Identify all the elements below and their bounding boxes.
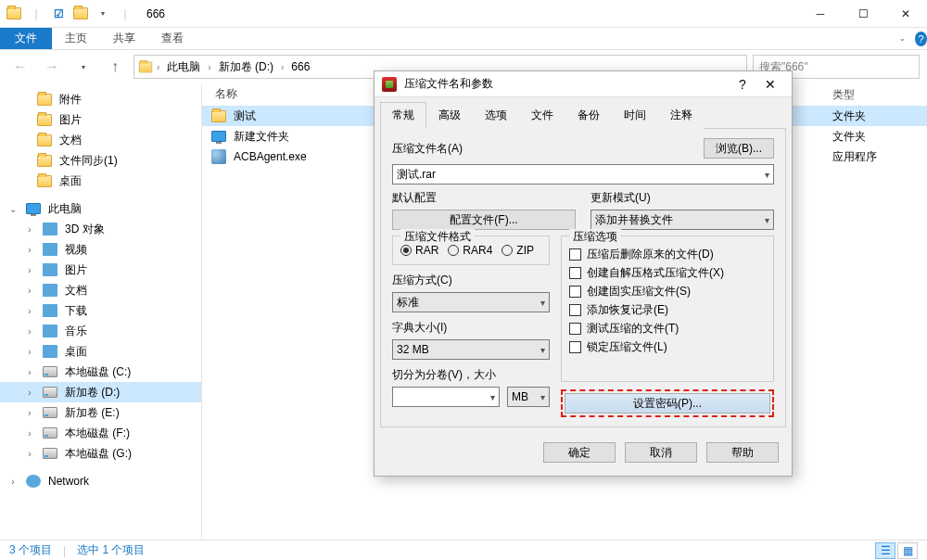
nav-label: 附件 bbox=[59, 92, 82, 108]
folder-icon bbox=[43, 263, 57, 276]
nav-label: 文档 bbox=[65, 283, 87, 299]
help-icon[interactable]: ? bbox=[915, 32, 927, 46]
nav-pc-item[interactable]: ›本地磁盘 (F:) bbox=[0, 423, 201, 443]
nav-pc-item[interactable]: ›下载 bbox=[0, 300, 201, 321]
dict-select[interactable]: 32 MB bbox=[392, 339, 550, 360]
expand-icon[interactable]: › bbox=[24, 245, 35, 255]
breadcrumb-seg[interactable]: 666 bbox=[287, 60, 313, 73]
maximize-button[interactable]: ☐ bbox=[842, 0, 884, 28]
expand-icon[interactable]: › bbox=[24, 224, 35, 235]
method-select[interactable]: 标准 bbox=[392, 292, 550, 312]
tab-options[interactable]: 选项 bbox=[473, 102, 519, 129]
split-size-input[interactable] bbox=[392, 387, 500, 407]
up-button[interactable]: ↑ bbox=[102, 54, 128, 80]
nav-pc-item[interactable]: ›本地磁盘 (G:) bbox=[0, 443, 201, 464]
nav-pc-item[interactable]: ›音乐 bbox=[0, 321, 201, 341]
pc-icon bbox=[211, 131, 226, 142]
nav-pc-item[interactable]: ›本地磁盘 (C:) bbox=[0, 362, 201, 382]
option-checkbox[interactable]: 压缩后删除原来的文件(D) bbox=[569, 247, 766, 262]
nav-quick-item[interactable]: 附件 bbox=[0, 89, 201, 109]
nav-quick-item[interactable]: 图片 bbox=[0, 109, 201, 130]
close-button[interactable]: ✕ bbox=[884, 0, 927, 28]
help-button[interactable]: 帮助 bbox=[706, 442, 779, 463]
nav-pc-item[interactable]: ›视频 bbox=[0, 239, 201, 260]
expand-icon[interactable]: › bbox=[24, 286, 35, 296]
format-zip[interactable]: ZIP bbox=[502, 244, 534, 257]
drive-icon bbox=[43, 407, 57, 418]
tab-backup[interactable]: 备份 bbox=[565, 102, 612, 129]
dialog-close-button[interactable]: ✕ bbox=[756, 77, 784, 92]
file-name: 测试 bbox=[234, 108, 256, 124]
nav-label: 此电脑 bbox=[48, 201, 82, 217]
expand-icon[interactable]: ⌄ bbox=[7, 204, 19, 214]
dict-label: 字典大小(I) bbox=[392, 320, 550, 336]
nav-pc-item[interactable]: ›桌面 bbox=[0, 341, 201, 362]
expand-icon[interactable]: › bbox=[7, 477, 19, 487]
format-rar[interactable]: RAR bbox=[400, 244, 438, 257]
tab-comment[interactable]: 注释 bbox=[658, 102, 705, 129]
nav-label: 本地磁盘 (F:) bbox=[65, 426, 130, 441]
dialog-tabs: 常规 高级 选项 文件 备份 时间 注释 bbox=[375, 97, 792, 128]
expand-icon[interactable]: › bbox=[24, 408, 35, 418]
ribbon-tab-view[interactable]: 查看 bbox=[148, 28, 197, 49]
back-button[interactable]: ← bbox=[7, 54, 33, 80]
expand-icon[interactable]: › bbox=[24, 428, 35, 439]
nav-quick-item[interactable]: 文档 bbox=[0, 130, 201, 150]
folder-icon bbox=[43, 223, 57, 235]
dialog-help-button[interactable]: ? bbox=[729, 77, 756, 92]
update-mode-select[interactable]: 添加并替换文件 bbox=[590, 210, 774, 230]
format-rar4[interactable]: RAR4 bbox=[448, 244, 492, 257]
nav-pc-item[interactable]: ›新加卷 (E:) bbox=[0, 402, 201, 423]
icons-view-button[interactable]: ▦ bbox=[897, 542, 918, 559]
profiles-button[interactable]: 配置文件(F)... bbox=[392, 210, 576, 230]
nav-network[interactable]: › Network bbox=[0, 471, 201, 491]
option-checkbox[interactable]: 创建固实压缩文件(S) bbox=[569, 284, 766, 299]
recent-dropdown[interactable]: ▾ bbox=[70, 54, 96, 80]
cancel-button[interactable]: 取消 bbox=[625, 442, 697, 463]
archive-name-input[interactable]: 测试.rar bbox=[392, 164, 774, 185]
file-tab[interactable]: 文件 bbox=[0, 28, 52, 49]
expand-icon[interactable]: › bbox=[24, 326, 35, 337]
expand-icon[interactable]: › bbox=[24, 388, 35, 398]
nav-label: 音乐 bbox=[65, 324, 87, 339]
expand-icon[interactable]: › bbox=[24, 449, 35, 459]
tab-general[interactable]: 常规 bbox=[380, 102, 426, 129]
tab-advanced[interactable]: 高级 bbox=[426, 102, 473, 129]
nav-quick-item[interactable]: 桌面 bbox=[0, 171, 201, 191]
ok-button[interactable]: 确定 bbox=[543, 442, 616, 463]
option-checkbox[interactable]: 锁定压缩文件(L) bbox=[569, 339, 766, 355]
minimize-button[interactable]: ─ bbox=[799, 0, 842, 28]
nav-quick-item[interactable]: 文件同步(1) bbox=[0, 150, 201, 171]
expand-icon[interactable]: › bbox=[24, 265, 35, 275]
ribbon-tab-home[interactable]: 主页 bbox=[52, 28, 100, 49]
tab-time[interactable]: 时间 bbox=[612, 102, 658, 129]
set-password-button[interactable]: 设置密码(P)... bbox=[565, 393, 770, 414]
ribbon-help[interactable]: ⌄? bbox=[899, 28, 927, 49]
browse-button[interactable]: 浏览(B)... bbox=[704, 138, 774, 159]
properties-icon[interactable]: ☑ bbox=[48, 4, 69, 24]
expand-icon[interactable]: › bbox=[24, 367, 35, 377]
column-header-type[interactable]: 类型 bbox=[825, 83, 927, 106]
breadcrumb-seg[interactable]: 新加卷 (D:) bbox=[215, 59, 277, 75]
tab-files[interactable]: 文件 bbox=[519, 102, 565, 129]
pc-icon bbox=[26, 203, 41, 214]
nav-pc-item[interactable]: ›3D 对象 bbox=[0, 219, 201, 239]
ribbon-tab-share[interactable]: 共享 bbox=[100, 28, 148, 49]
expand-icon[interactable]: › bbox=[24, 306, 35, 316]
forward-button[interactable]: → bbox=[39, 54, 65, 80]
option-checkbox[interactable]: 测试压缩的文件(T) bbox=[569, 321, 766, 337]
breadcrumb-seg[interactable]: 此电脑 bbox=[163, 59, 204, 75]
nav-pc-item[interactable]: ›图片 bbox=[0, 260, 201, 280]
folder-icon[interactable] bbox=[70, 4, 91, 24]
expand-icon[interactable]: › bbox=[24, 347, 35, 357]
file-name: 新建文件夹 bbox=[234, 129, 289, 145]
split-unit-select[interactable]: MB bbox=[507, 387, 550, 407]
details-view-button[interactable]: ☰ bbox=[875, 542, 895, 559]
option-checkbox[interactable]: 添加恢复记录(E) bbox=[569, 302, 766, 318]
qat-dropdown[interactable]: ▾ bbox=[93, 4, 113, 24]
nav-this-pc[interactable]: ⌄ 此电脑 bbox=[0, 198, 201, 219]
nav-pc-item[interactable]: ›新加卷 (D:) bbox=[0, 382, 201, 402]
nav-pc-item[interactable]: ›文档 bbox=[0, 280, 201, 300]
option-checkbox[interactable]: 创建自解压格式压缩文件(X) bbox=[569, 265, 766, 281]
drive-icon bbox=[43, 366, 57, 377]
